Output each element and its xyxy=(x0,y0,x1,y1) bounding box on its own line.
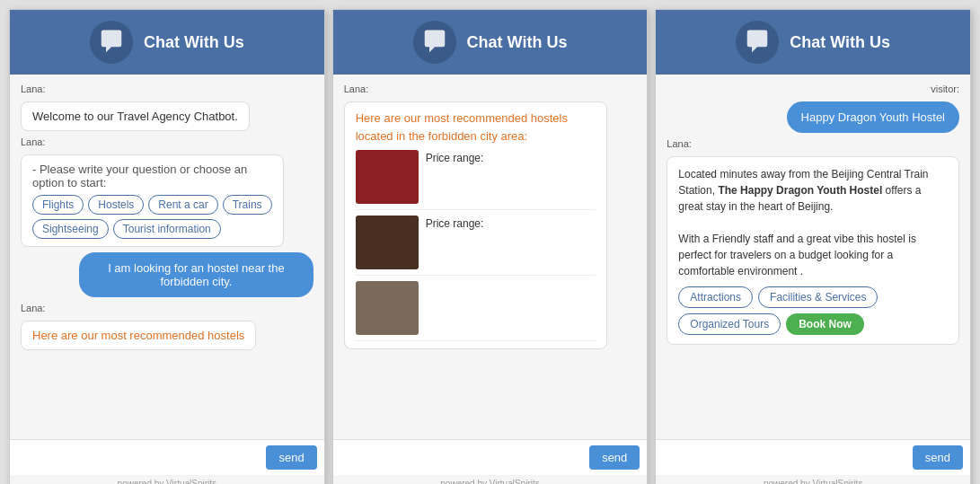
chat-input-area-3: send xyxy=(656,439,970,475)
hostel-price-2: Price range: xyxy=(426,217,596,230)
hostel-info-2: Price range: xyxy=(426,216,596,269)
hostel-card-2: Price range: xyxy=(356,210,596,276)
hostel-image-2 xyxy=(356,216,419,269)
hostel-image-1 xyxy=(356,150,419,204)
lana-label-2: Lana: xyxy=(21,136,313,147)
speech-bubble-icon xyxy=(98,29,125,56)
chat-widget-3: Chat With Us visitor: Happy Dragon Youth… xyxy=(655,9,971,484)
sightseeing-btn[interactable]: Sightseeing xyxy=(32,219,109,239)
speech-bubble-icon-2 xyxy=(421,29,448,56)
lana-label-w3: Lana: xyxy=(667,138,959,149)
visitor-message-bubble: I am looking for an hostel near the forb… xyxy=(79,252,313,297)
visitor-hostel-bubble: Happy Dragon Youth Hostel xyxy=(787,101,959,133)
powered-by-3: powered by VirtualSpirits xyxy=(656,475,970,484)
lana-label-3: Lana: xyxy=(21,303,313,313)
tourist-info-btn[interactable]: Tourist information xyxy=(113,219,221,239)
hostel-price-1: Price range: xyxy=(426,152,596,164)
chat-input-3[interactable] xyxy=(663,445,912,470)
chat-header-2: Chat With Us xyxy=(333,10,648,75)
chat-messages-1: Lana: Welcome to our Travel Agency Chatb… xyxy=(10,75,324,439)
description-para-1: Located minutes away from the Beijing Ce… xyxy=(678,166,948,215)
description-para-2: With a Friendly staff and a great vibe t… xyxy=(678,231,948,279)
hostel-description-bubble: Located minutes away from the Beijing Ce… xyxy=(667,156,959,345)
chat-input-area-1: send xyxy=(10,439,324,475)
flights-btn[interactable]: Flights xyxy=(32,195,84,215)
hostel-image-3 xyxy=(356,281,419,335)
options-bubble: - Please write your question or choose a… xyxy=(21,154,284,247)
chat-header-1: Chat With Us xyxy=(10,10,324,75)
hostel-info-3 xyxy=(426,281,596,335)
chat-messages-3: visitor: Happy Dragon Youth Hostel Lana:… xyxy=(656,75,970,439)
action-buttons: Attractions Facilities & Services Organi… xyxy=(678,286,948,335)
rent-a-car-btn[interactable]: Rent a car xyxy=(148,195,217,215)
chat-widget-1: Chat With Us Lana: Welcome to our Travel… xyxy=(9,9,325,484)
chat-input-area-2: send xyxy=(333,439,648,475)
hostels-intro-text: Here are our most recommended hostels lo… xyxy=(356,110,596,145)
chat-icon-2 xyxy=(413,21,456,64)
chat-header-3: Chat With Us xyxy=(656,10,970,75)
hostel-info-1: Price range: xyxy=(426,150,596,204)
speech-bubble-icon-3 xyxy=(744,29,771,56)
chat-title-1: Chat With Us xyxy=(144,33,244,52)
hostel-card-3 xyxy=(356,276,596,341)
lana-label: Lana: xyxy=(21,84,313,94)
organized-tours-btn[interactable]: Organized Tours xyxy=(678,313,781,335)
book-now-btn[interactable]: Book Now xyxy=(786,313,864,335)
chat-messages-2: Lana: Here are our most recommended host… xyxy=(333,75,648,439)
chat-input-1[interactable] xyxy=(17,445,266,470)
options-text: - Please write your question or choose a… xyxy=(32,163,272,189)
lana-label-w2: Lana: xyxy=(344,84,637,94)
hostels-intro-bubble: Here are our most recommended hostels lo… xyxy=(344,101,607,349)
welcome-bubble: Welcome to our Travel Agency Chatbot. xyxy=(21,101,250,131)
send-button-2[interactable]: send xyxy=(589,445,640,470)
attractions-btn[interactable]: Attractions xyxy=(678,286,753,308)
lana-response-partial: Here are our most recommended hostels xyxy=(21,321,256,350)
chat-widget-2: Chat With Us Lana: Here are our most rec… xyxy=(332,9,649,484)
hostel-name-bold: The Happy Dragon Youth Hostel xyxy=(718,184,882,197)
visitor-label-container: visitor: xyxy=(667,84,959,96)
send-button-1[interactable]: send xyxy=(266,445,316,470)
visitor-bubble-container: Happy Dragon Youth Hostel xyxy=(667,101,959,133)
hostels-btn[interactable]: Hostels xyxy=(88,195,144,215)
chat-title-3: Chat With Us xyxy=(790,33,890,52)
trains-btn[interactable]: Trains xyxy=(223,195,272,215)
chat-input-2[interactable] xyxy=(340,445,589,470)
chat-title-2: Chat With Us xyxy=(467,33,568,52)
visitor-label-w3: visitor: xyxy=(931,84,959,94)
chat-icon-1 xyxy=(90,21,133,64)
hostel-card-1: Price range: xyxy=(356,145,596,210)
send-button-3[interactable]: send xyxy=(913,445,963,470)
facilities-btn[interactable]: Facilities & Services xyxy=(758,286,878,308)
option-buttons: Flights Hostels Rent a car Trains Sights… xyxy=(32,195,272,239)
chat-icon-3 xyxy=(736,21,779,64)
powered-by-1: powered by VirtualSpirits xyxy=(10,475,324,484)
powered-by-2: powered by VirtualSpirits xyxy=(333,475,648,484)
